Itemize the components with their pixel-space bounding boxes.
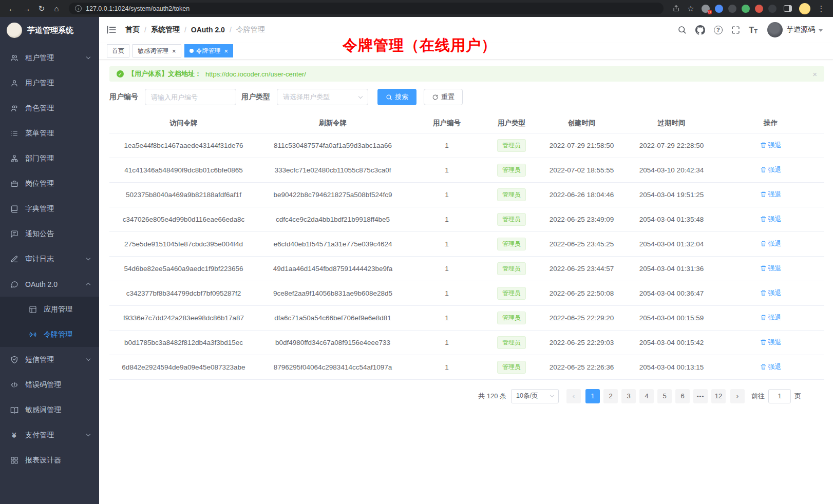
fullscreen-icon[interactable] — [731, 26, 740, 34]
breadcrumb-item[interactable]: 首页 — [125, 25, 140, 34]
notice-icon — [10, 230, 18, 238]
breadcrumb-item[interactable]: 系统管理 — [151, 25, 180, 34]
browser-profile-avatar[interactable] — [799, 3, 810, 14]
sidebar-item-token[interactable]: 令牌管理 — [0, 322, 99, 347]
force-logout-button[interactable]: 强退 — [760, 190, 782, 199]
page-more-button[interactable]: ••• — [693, 389, 708, 403]
reset-button[interactable]: 重置 — [424, 89, 463, 105]
force-logout-button[interactable]: 强退 — [760, 239, 782, 248]
sidebar-item-user[interactable]: 用户管理 — [0, 70, 99, 95]
page-button[interactable]: 3 — [621, 389, 636, 403]
sidebar-item-error-code[interactable]: 错误码管理 — [0, 372, 99, 397]
side-panel-icon[interactable] — [784, 5, 792, 12]
menu-dots-icon[interactable]: ⋮ — [815, 3, 828, 15]
user-type-select[interactable]: 请选择用户类型 — [277, 89, 368, 105]
sidebar-item-oauth2[interactable]: OAuth 2.0 — [0, 272, 99, 297]
column-header: 用户编号 — [408, 113, 486, 133]
access-token-cell: 275e5de9151045fe87cbdc395e004f4d — [109, 231, 258, 256]
page-button[interactable]: 5 — [657, 389, 672, 403]
chevron-down-icon — [86, 55, 90, 59]
prev-page-button[interactable]: ‹ — [566, 389, 581, 403]
font-size-icon[interactable]: TT — [749, 26, 758, 34]
doc-link[interactable]: https://doc.iocoder.cn/user-center/ — [205, 70, 306, 78]
sidebar-item-audit-log[interactable]: 审计日志 — [0, 246, 99, 272]
force-logout-button[interactable]: 强退 — [760, 288, 782, 298]
search-button[interactable]: 搜索 — [377, 89, 416, 105]
tab-sensitive-word[interactable]: 敏感词管理 × — [132, 44, 181, 57]
sidebar-item-menu[interactable]: 菜单管理 — [0, 121, 99, 146]
tab-home[interactable]: 首页 — [107, 44, 129, 57]
user-id-cell: 1 — [408, 305, 486, 330]
header-actions: ? TT 芋道源码 — [677, 22, 823, 37]
forward-icon[interactable]: → — [20, 3, 33, 15]
site-info-icon[interactable]: i — [75, 5, 82, 12]
user-type-label: 用户类型 — [241, 92, 270, 102]
page-size-select[interactable]: 10条/页 — [511, 389, 559, 403]
table-row: 1ea5e44f8bc1467aaede43144f31de76 811c530… — [109, 133, 824, 158]
tab-close-icon[interactable]: × — [224, 48, 229, 54]
force-logout-button[interactable]: 强退 — [760, 313, 782, 322]
sidebar-item-sms[interactable]: 短信管理 — [0, 347, 99, 372]
force-logout-button[interactable]: 强退 — [760, 165, 782, 175]
sidebar-item-post[interactable]: 岗位管理 — [0, 171, 99, 196]
share-icon[interactable] — [669, 3, 683, 15]
bookmark-star-icon[interactable]: ☆ — [684, 3, 697, 15]
force-logout-button[interactable]: 强退 — [760, 264, 782, 273]
refresh-icon[interactable]: ↻ — [35, 3, 48, 15]
force-logout-button[interactable]: 强退 — [760, 362, 782, 372]
force-logout-button[interactable]: 强退 — [760, 215, 782, 224]
page-button[interactable]: 4 — [639, 389, 654, 403]
sidebar-item-report[interactable]: 报表设计器 — [0, 448, 99, 473]
extension-darkgray-icon[interactable] — [768, 5, 777, 13]
user-id-cell: 1 — [408, 231, 486, 256]
delete-icon — [760, 240, 767, 247]
sidebar-item-tenant[interactable]: 租户管理 — [0, 45, 99, 70]
table-row: 502375b8040a469a9b82188afdf6af1f be90422… — [109, 182, 824, 207]
github-icon[interactable] — [695, 25, 705, 35]
sidebar-item-role[interactable]: 角色管理 — [0, 95, 99, 121]
extension-dark-icon[interactable] — [728, 5, 736, 13]
extension-gray-icon[interactable]: 0 — [702, 5, 710, 13]
extension-green-icon[interactable] — [742, 5, 750, 13]
search-icon[interactable] — [677, 25, 687, 34]
sidebar-item-sensitive-word[interactable]: 敏感词管理 — [0, 397, 99, 422]
page-button[interactable]: 2 — [603, 389, 618, 403]
alert-close-icon[interactable]: × — [812, 70, 817, 79]
column-header: 用户类型 — [486, 113, 537, 133]
sidebar-item-app[interactable]: 应用管理 — [0, 297, 99, 322]
tab-token[interactable]: 令牌管理 × — [184, 44, 234, 57]
refresh-token-cell: 333ecfc71e02480cb11055c875c3ca0f — [258, 158, 408, 182]
sidebar-item-dict[interactable]: 字典管理 — [0, 196, 99, 221]
page-content: ✓ 【用户体系】文档地址： https://doc.iocoder.cn/use… — [99, 60, 833, 403]
goto-page-input[interactable] — [768, 389, 791, 403]
next-page-button[interactable]: › — [730, 389, 745, 403]
page-button[interactable]: 12 — [711, 389, 726, 403]
goto-suffix: 页 — [794, 392, 801, 401]
back-icon[interactable]: ← — [5, 3, 18, 15]
browser-toolbar: ← → ↻ ⌂ i 127.0.0.1:1024/system/oauth2/t… — [0, 0, 833, 17]
breadcrumb-item[interactable]: OAuth 2.0 — [191, 26, 225, 34]
sidebar-item-dept[interactable]: 部门管理 — [0, 146, 99, 171]
user-type-tag: 管理员 — [497, 188, 526, 201]
home-icon[interactable]: ⌂ — [50, 3, 63, 15]
user-id-cell: 1 — [408, 182, 486, 207]
collapse-sidebar-icon[interactable] — [107, 26, 116, 34]
page-button[interactable]: 6 — [675, 389, 690, 403]
extension-red-icon[interactable] — [755, 5, 763, 13]
create-time-cell: 2022-06-25 22:50:08 — [537, 281, 626, 305]
user-menu[interactable]: 芋道源码 — [767, 22, 823, 37]
user-id-input[interactable] — [145, 89, 236, 105]
tab-close-icon[interactable]: × — [172, 48, 176, 54]
address-bar[interactable]: i 127.0.0.1:1024/system/oauth2/token — [69, 3, 664, 14]
sidebar-item-notice[interactable]: 通知公告 — [0, 221, 99, 246]
help-icon[interactable]: ? — [714, 26, 723, 34]
force-logout-button[interactable]: 强退 — [760, 338, 782, 347]
breadcrumb: 首页/系统管理/OAuth 2.0/令牌管理 — [125, 25, 265, 34]
app-logo[interactable]: 芋道管理系统 — [0, 17, 99, 44]
refresh-token-cell: e6cfd40eb1f54571a31e775e039c4624 — [258, 231, 408, 256]
column-header: 访问令牌 — [109, 113, 258, 133]
extension-blue-icon[interactable] — [715, 5, 723, 13]
sidebar-item-pay[interactable]: ¥ 支付管理 — [0, 422, 99, 448]
force-logout-button[interactable]: 强退 — [760, 141, 782, 150]
page-button[interactable]: 1 — [585, 389, 600, 403]
